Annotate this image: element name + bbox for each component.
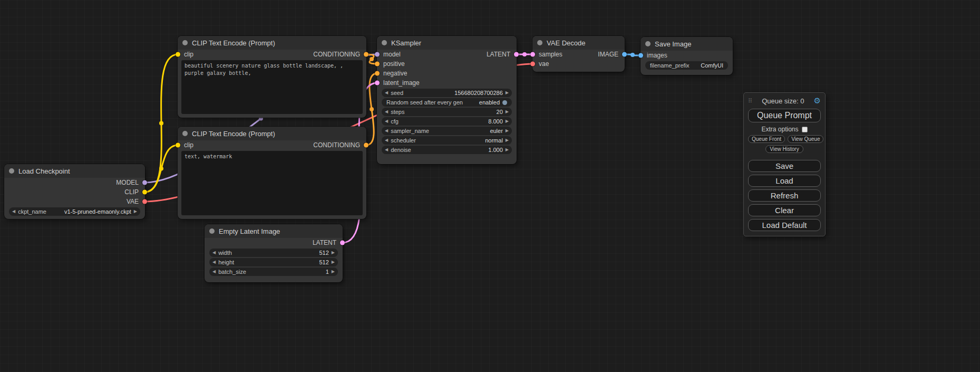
widget-value: 20 (497, 109, 503, 115)
decrement-arrow-icon[interactable]: ◀ (12, 209, 15, 214)
decrement-arrow-icon[interactable]: ◀ (385, 119, 388, 123)
queue-front-button[interactable]: Queue Front (748, 135, 785, 143)
decrement-arrow-icon[interactable]: ◀ (385, 110, 388, 114)
input-row-vae: vae (532, 59, 625, 69)
extra-options-checkbox[interactable] (802, 127, 808, 132)
increment-arrow-icon[interactable]: ▶ (134, 209, 137, 214)
collapse-dot[interactable] (382, 40, 387, 45)
output-row-model: MODEL (4, 178, 145, 187)
decrement-arrow-icon[interactable]: ◀ (385, 91, 388, 95)
negative-prompt-textarea[interactable]: text, watermark (181, 151, 363, 215)
images-input-port[interactable] (638, 53, 643, 58)
node-empty-latent-image[interactable]: Empty Latent Image LATENT ◀ width 512 ▶ … (205, 224, 343, 282)
input-label: positive (383, 60, 405, 68)
latent-output-port[interactable] (514, 52, 519, 57)
node-clip-text-encode-positive[interactable]: CLIP Text Encode (Prompt) clip CONDITION… (178, 36, 366, 118)
random-seed-toggle-widget[interactable]: Random seed after every gen enabled (382, 98, 512, 107)
vae-input-port[interactable] (530, 62, 535, 66)
conditioning-output-port[interactable] (364, 143, 368, 148)
clear-button[interactable]: Clear (748, 204, 821, 216)
model-input-port[interactable] (375, 52, 380, 57)
graph-canvas[interactable]: Load Checkpoint MODEL CLIP VAE ◀ ckpt_na… (0, 0, 980, 372)
output-label: LATENT (313, 239, 336, 246)
seed-widget[interactable]: ◀ seed 156680208700286 ▶ (382, 89, 512, 97)
increment-arrow-icon[interactable]: ▶ (506, 91, 509, 95)
collapse-dot[interactable] (537, 40, 542, 45)
load-default-button[interactable]: Load Default (748, 219, 821, 231)
collapse-dot[interactable] (209, 228, 215, 234)
negative-input-port[interactable] (375, 71, 380, 76)
node-save-image[interactable]: Save Image images filename_prefix ComfyU… (641, 37, 733, 75)
node-clip-text-encode-negative[interactable]: CLIP Text Encode (Prompt) clip CONDITION… (178, 127, 366, 219)
node-title-bar[interactable]: CLIP Text Encode (Prompt) (178, 127, 366, 140)
increment-arrow-icon[interactable]: ▶ (332, 270, 335, 274)
decrement-arrow-icon[interactable]: ◀ (212, 260, 216, 264)
clip-output-port[interactable] (142, 190, 147, 195)
collapse-dot[interactable] (645, 41, 651, 46)
widget-value: 156680208700286 (454, 90, 503, 96)
height-widget[interactable]: ◀ height 512 ▶ (209, 258, 338, 266)
image-output-port[interactable] (622, 52, 627, 57)
view-queue-button[interactable]: View Queue (788, 135, 823, 143)
samples-input-port[interactable] (530, 52, 535, 57)
widget-name: ckpt_name (18, 208, 46, 215)
positive-input-port[interactable] (375, 62, 380, 66)
input-label: vae (539, 60, 549, 68)
node-ksampler[interactable]: KSampler model LATENT positive negative … (377, 36, 517, 164)
sampler-name-widget[interactable]: ◀ sampler_name euler ▶ (382, 127, 512, 135)
clip-input-port[interactable] (176, 143, 180, 148)
drag-handle-icon[interactable]: ⠿ (748, 98, 752, 104)
latent-output-port[interactable] (340, 241, 345, 245)
refresh-button[interactable]: Refresh (748, 189, 821, 202)
node-title-bar[interactable]: CLIP Text Encode (Prompt) (178, 36, 366, 50)
filename-prefix-widget[interactable]: filename_prefix ComfyUI (645, 61, 728, 70)
increment-arrow-icon[interactable]: ▶ (506, 119, 509, 123)
scheduler-widget[interactable]: ◀ scheduler normal ▶ (382, 136, 512, 145)
increment-arrow-icon[interactable]: ▶ (332, 251, 335, 255)
node-title-bar[interactable]: Save Image (641, 37, 733, 51)
decrement-arrow-icon[interactable]: ◀ (385, 129, 388, 133)
decrement-arrow-icon[interactable]: ◀ (385, 148, 388, 152)
queue-prompt-button[interactable]: Queue Prompt (748, 109, 821, 122)
queue-size-label: Queue size: 0 (752, 97, 813, 105)
increment-arrow-icon[interactable]: ▶ (506, 138, 509, 142)
decrement-arrow-icon[interactable]: ◀ (385, 138, 388, 142)
ckpt-name-widget[interactable]: ◀ ckpt_name v1-5-pruned-emaonly.ckpt ▶ (9, 207, 140, 216)
node-title-bar[interactable]: Empty Latent Image (205, 224, 343, 238)
collapse-dot[interactable] (182, 40, 188, 45)
steps-widget[interactable]: ◀ steps 20 ▶ (382, 108, 512, 116)
extra-options-label: Extra options (761, 126, 798, 133)
conditioning-output-port[interactable] (364, 52, 368, 57)
node-vae-decode[interactable]: VAE Decode samples IMAGE vae (532, 36, 625, 72)
node-load-checkpoint[interactable]: Load Checkpoint MODEL CLIP VAE ◀ ckpt_na… (4, 164, 145, 219)
save-button[interactable]: Save (748, 160, 821, 172)
node-title-bar[interactable]: Load Checkpoint (4, 164, 145, 178)
increment-arrow-icon[interactable]: ▶ (506, 110, 509, 114)
clip-input-port[interactable] (176, 52, 180, 57)
decrement-arrow-icon[interactable]: ◀ (212, 270, 216, 274)
cfg-widget[interactable]: ◀ cfg 8.000 ▶ (382, 117, 512, 126)
collapse-dot[interactable] (182, 131, 188, 136)
output-label: CLIP (124, 188, 139, 196)
widget-value: ComfyUI (701, 62, 723, 69)
batch-size-widget[interactable]: ◀ batch_size 1 ▶ (209, 268, 338, 276)
settings-gear-icon[interactable]: ⚙ (814, 96, 821, 106)
load-button[interactable]: Load (748, 175, 821, 187)
node-title-bar[interactable]: KSampler (377, 36, 517, 50)
view-history-button[interactable]: View History (765, 145, 803, 153)
node-title-bar[interactable]: VAE Decode (532, 36, 625, 50)
increment-arrow-icon[interactable]: ▶ (506, 148, 509, 152)
decrement-arrow-icon[interactable]: ◀ (212, 251, 216, 255)
positive-prompt-textarea[interactable]: beautiful scenery nature glass bottle la… (181, 60, 363, 114)
denoise-widget[interactable]: ◀ denoise 1.000 ▶ (382, 146, 512, 154)
toggle-indicator[interactable] (502, 100, 507, 105)
collapse-dot[interactable] (9, 168, 14, 174)
node-title: Load Checkpoint (18, 167, 70, 175)
widget-value: v1-5-pruned-emaonly.ckpt (64, 208, 131, 215)
increment-arrow-icon[interactable]: ▶ (506, 129, 509, 133)
increment-arrow-icon[interactable]: ▶ (332, 260, 335, 264)
latent-image-input-port[interactable] (375, 81, 380, 85)
vae-output-port[interactable] (142, 199, 147, 204)
width-widget[interactable]: ◀ width 512 ▶ (209, 249, 338, 257)
model-output-port[interactable] (142, 180, 147, 185)
